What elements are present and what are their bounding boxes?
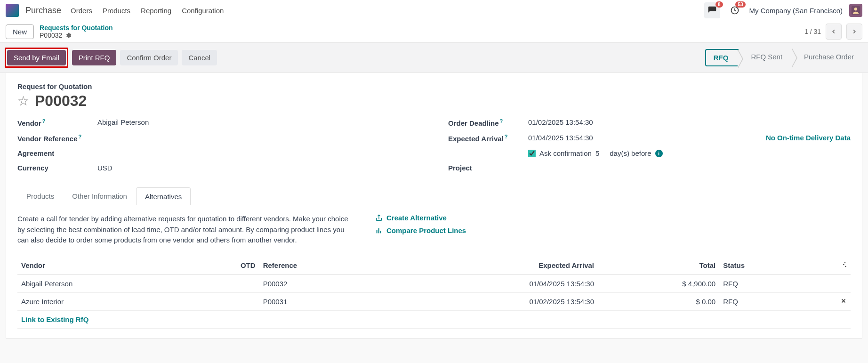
value-deadline[interactable]: 01/02/2025 13:54:30 — [528, 118, 851, 126]
top-nav: Purchase Orders Products Reporting Confi… — [0, 0, 868, 21]
messages-button[interactable]: 8 — [704, 2, 720, 18]
send-email-button[interactable]: Send by Email — [7, 50, 66, 65]
th-reference: Reference — [259, 256, 383, 275]
svg-point-8 — [845, 266, 846, 267]
print-rfq-button[interactable]: Print RFQ — [72, 50, 117, 65]
cell-total: $ 0.00 — [598, 292, 719, 310]
gear-icon[interactable] — [65, 32, 72, 39]
activities-badge: 53 — [735, 1, 745, 8]
pager-next[interactable] — [846, 24, 862, 40]
activities-button[interactable]: 53 — [727, 2, 743, 18]
value-vendor[interactable]: Abigail Peterson — [97, 118, 420, 126]
cell-status: RFQ — [719, 274, 806, 292]
status-rfq[interactable]: RFQ — [705, 49, 739, 66]
delivery-link[interactable]: No On-time Delivery Data — [766, 134, 851, 142]
app-name[interactable]: Purchase — [25, 6, 61, 16]
svg-rect-3 — [377, 230, 378, 233]
highlight-box: Send by Email — [5, 48, 68, 68]
cell-otd — [193, 274, 259, 292]
table-row[interactable]: Azure Interior P00031 01/02/2025 13:54:3… — [17, 292, 851, 310]
cell-vendor: Azure Interior — [17, 292, 193, 310]
label-expected: Expected Arrival? — [448, 134, 528, 143]
value-expected[interactable]: 01/04/2025 13:54:30 — [528, 134, 593, 142]
right-column: Order Deadline? 01/02/2025 13:54:30 Expe… — [448, 118, 851, 178]
tab-other-info[interactable]: Other Information — [63, 187, 136, 205]
ask-label: Ask confirmation — [539, 149, 592, 157]
messages-badge: 8 — [715, 1, 723, 8]
sliders-icon[interactable] — [839, 261, 847, 268]
compare-lines-link[interactable]: Compare Product Lines — [375, 226, 466, 234]
nav-configuration[interactable]: Configuration — [182, 7, 224, 15]
help-icon[interactable]: ? — [42, 118, 46, 124]
value-currency[interactable]: USD — [97, 164, 420, 172]
star-icon[interactable]: ☆ — [17, 93, 29, 109]
ask-days[interactable]: 5 — [595, 149, 599, 157]
breadcrumb: Requests for Quotation P00032 — [40, 24, 113, 39]
new-button[interactable]: New — [6, 24, 34, 39]
link-existing-row[interactable]: Link to Existing RfQ — [17, 310, 851, 328]
info-icon[interactable]: i — [655, 150, 663, 157]
help-icon[interactable]: ? — [500, 118, 503, 124]
nav-products[interactable]: Products — [103, 7, 130, 15]
ask-checkbox[interactable] — [528, 150, 536, 157]
tab-products[interactable]: Products — [17, 187, 63, 205]
breadcrumb-parent[interactable]: Requests for Quotation — [40, 24, 113, 32]
cell-reference: P00032 — [259, 274, 383, 292]
topnav-right: 8 53 My Company (San Francisco) — [704, 2, 862, 18]
svg-rect-5 — [380, 231, 381, 233]
th-otd: OTD — [193, 256, 259, 275]
cell-vendor: Abigail Peterson — [17, 274, 193, 292]
help-icon[interactable]: ? — [505, 134, 508, 139]
label-vendor: Vendor? — [17, 118, 97, 127]
pager-prev[interactable] — [826, 24, 842, 40]
user-avatar-icon — [851, 5, 861, 16]
cell-otd — [193, 292, 259, 310]
th-expected: Expected Arrival — [383, 256, 598, 275]
subheader: New Requests for Quotation P00032 1 / 31 — [0, 21, 868, 42]
ask-suffix: day(s) before — [610, 149, 651, 157]
label-agreement: Agreement — [17, 149, 97, 157]
cell-action — [806, 274, 851, 292]
company-selector[interactable]: My Company (San Francisco) — [749, 7, 843, 15]
field-currency: Currency USD — [17, 164, 420, 172]
field-deadline: Order Deadline? 01/02/2025 13:54:30 — [448, 118, 851, 127]
form-columns: Vendor? Abigail Peterson Vendor Referenc… — [17, 118, 851, 178]
svg-rect-4 — [378, 228, 379, 233]
avatar[interactable] — [849, 4, 862, 17]
alternatives-table: Vendor OTD Reference Expected Arrival To… — [17, 256, 851, 329]
alternatives-header: Create a call for tender by adding alter… — [17, 214, 851, 246]
tab-alternatives[interactable]: Alternatives — [136, 187, 191, 205]
close-icon — [840, 298, 847, 304]
ask-row: Ask confirmation 5 day(s) before i — [528, 149, 851, 157]
form-subtitle: Request for Quotation — [17, 82, 851, 90]
breadcrumb-current-text: P00032 — [40, 32, 62, 39]
field-ask-confirmation: Ask confirmation 5 day(s) before i — [448, 149, 851, 157]
help-icon[interactable]: ? — [79, 134, 82, 139]
remove-row-button[interactable] — [806, 292, 851, 310]
form-card: Request for Quotation ☆ P00032 Vendor? A… — [6, 73, 862, 339]
chevron-left-icon — [830, 28, 837, 35]
th-vendor: Vendor — [17, 256, 193, 275]
th-total: Total — [598, 256, 719, 275]
th-status: Status — [719, 256, 806, 275]
cancel-button[interactable]: Cancel — [182, 50, 217, 65]
cell-status: RFQ — [719, 292, 806, 310]
table-row[interactable]: Abigail Peterson P00032 01/04/2025 13:54… — [17, 274, 851, 292]
bar-chart-icon — [375, 227, 383, 234]
breadcrumb-current: P00032 — [40, 32, 113, 39]
status-bar: RFQ RFQ Sent Purchase Order — [705, 49, 863, 66]
status-rfq-sent[interactable]: RFQ Sent — [739, 49, 792, 66]
status-purchase-order[interactable]: Purchase Order — [792, 49, 863, 66]
confirm-order-button[interactable]: Confirm Order — [120, 50, 178, 65]
alternatives-help-text: Create a call for tender by adding alter… — [17, 214, 356, 246]
create-alternative-link[interactable]: Create Alternative — [375, 214, 466, 222]
field-expected: Expected Arrival? 01/04/2025 13:54:30 No… — [448, 134, 851, 143]
field-vendor: Vendor? Abigail Peterson — [17, 118, 420, 127]
nav-orders[interactable]: Orders — [71, 7, 92, 15]
chat-icon — [707, 6, 717, 15]
app-logo[interactable] — [6, 4, 19, 17]
label-vendor-ref: Vendor Reference? — [17, 134, 97, 143]
cell-total: $ 4,900.00 — [598, 274, 719, 292]
nav-reporting[interactable]: Reporting — [141, 7, 171, 15]
share-icon — [375, 214, 383, 222]
